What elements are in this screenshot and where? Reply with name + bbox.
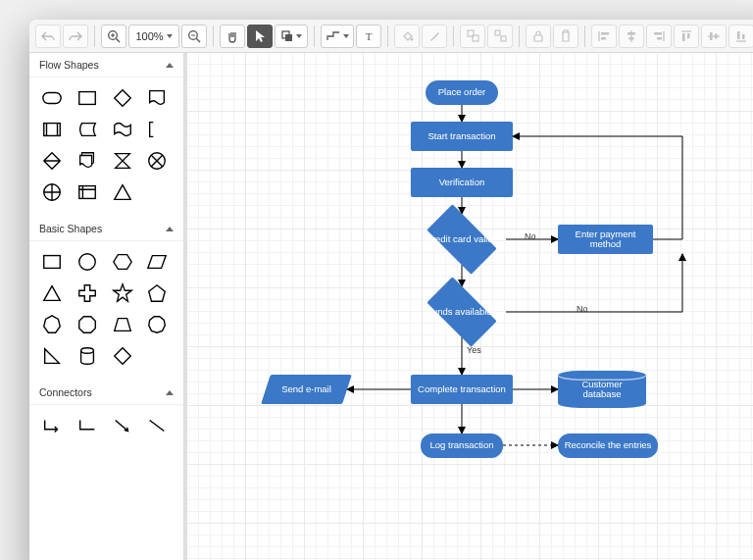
shape-tool-button[interactable] [275,25,308,48]
shape-or[interactable] [39,179,65,205]
chevron-down-icon [296,34,302,38]
align-middle-button[interactable] [701,25,727,48]
section-header-flow[interactable]: Flow Shapes [29,53,183,77]
svg-rect-21 [629,37,634,40]
chevron-up-icon [166,390,174,395]
node-credit-valid[interactable]: Credit card valid? [418,214,506,265]
shape-annotation[interactable] [144,117,170,142]
sep [213,25,214,47]
shape-star[interactable] [110,280,135,306]
pan-tool-button[interactable] [220,25,245,48]
svg-rect-30 [715,33,718,38]
group-button[interactable] [460,25,485,48]
shape-summing[interactable] [144,148,170,174]
canvas[interactable]: Place order Start transaction Verificati… [184,53,753,560]
select-tool-button[interactable] [247,25,273,48]
node-customer-database[interactable]: Customer database [558,371,646,408]
svg-rect-18 [601,37,606,40]
svg-line-51 [115,421,127,432]
shape-multidoc[interactable] [75,148,100,174]
shape-octagon[interactable] [75,312,100,337]
node-start-transaction[interactable]: Start transaction [411,122,513,151]
shape-pentagon[interactable] [144,280,170,306]
node-log-transaction[interactable]: Log transaction [421,433,503,458]
svg-rect-35 [79,92,96,105]
node-complete-transaction[interactable]: Complete transaction [411,375,513,404]
shape-extract[interactable] [110,179,135,205]
shape-sort[interactable] [39,148,65,174]
shape-process[interactable] [75,85,100,111]
shape-terminator[interactable] [39,85,65,111]
zoom-out-button[interactable] [181,25,207,48]
node-verification[interactable]: Verification [411,168,513,197]
connector-orth[interactable] [75,413,100,438]
ungroup-button[interactable] [487,25,513,48]
fill-button[interactable] [394,25,420,48]
toolbar: 100% T [29,20,753,53]
shape-heptagon[interactable] [39,312,65,337]
svg-rect-15 [534,35,542,41]
align-left-button[interactable] [591,25,617,48]
edge-label-no: No [523,231,538,241]
node-place-order[interactable]: Place order [426,80,498,105]
sep [314,25,315,47]
svg-rect-17 [601,32,609,35]
connector-straight-arrow[interactable] [110,413,135,438]
section-header-connectors[interactable]: Connectors [29,381,183,405]
section-title: Flow Shapes [39,59,99,71]
shape-rectangle[interactable] [39,249,65,275]
redo-button[interactable] [63,25,88,48]
zoom-select[interactable]: 100% [128,25,179,48]
stroke-button[interactable] [422,25,447,48]
shape-document[interactable] [144,85,170,111]
lock-button[interactable] [526,25,551,48]
align-bottom-button[interactable] [728,25,753,48]
shape-trapezoid[interactable] [110,312,135,337]
node-funds-available[interactable]: Funds available? [418,286,506,337]
shape-plus[interactable] [75,280,100,306]
chevron-down-icon [167,34,173,38]
section-title: Connectors [39,386,92,398]
svg-rect-34 [43,93,61,104]
connectors-grid [29,405,183,450]
shape-diamond[interactable] [110,343,135,369]
shape-stored-data[interactable] [75,117,100,142]
connector-tool-button[interactable] [321,25,354,48]
chevron-up-icon [166,63,174,68]
section-header-basic[interactable]: Basic Shapes [29,217,183,241]
shape-cylinder[interactable] [75,343,100,369]
shape-decagon[interactable] [144,312,170,337]
chevron-down-icon [343,34,349,38]
shape-predefined[interactable] [39,117,65,142]
connector-orth-arrow[interactable] [39,413,65,438]
shape-decision[interactable] [110,85,135,111]
zoom-in-button[interactable] [101,25,126,48]
svg-rect-20 [628,32,635,35]
shape-internal-storage[interactable] [75,179,100,205]
undo-button[interactable] [35,25,61,48]
sep [584,25,585,47]
align-top-button[interactable] [674,25,699,48]
edge-label-no: No [575,304,590,314]
node-reconcile[interactable]: Reconcile the entries [558,433,658,458]
sep [519,25,520,47]
shape-right-triangle[interactable] [39,343,65,369]
shape-paper-tape[interactable] [110,117,135,142]
node-enter-payment[interactable]: Enter payment method [558,225,653,254]
node-send-email[interactable]: Send e-mail [266,375,347,404]
align-right-button[interactable] [646,25,672,48]
svg-text:T: T [366,30,373,42]
zoom-value: 100% [135,30,163,42]
edge-label-yes: Yes [465,345,483,355]
text-tool-button[interactable]: T [356,25,381,48]
svg-rect-27 [687,33,690,38]
connector-straight[interactable] [144,413,170,438]
shape-collate[interactable] [110,148,135,174]
shape-parallelogram[interactable] [144,249,170,275]
align-center-button[interactable] [619,25,644,48]
svg-line-52 [150,421,165,432]
shape-triangle[interactable] [39,280,65,306]
delete-button[interactable] [553,25,578,48]
shape-hexagon[interactable] [110,249,135,275]
shape-ellipse[interactable] [75,249,100,275]
